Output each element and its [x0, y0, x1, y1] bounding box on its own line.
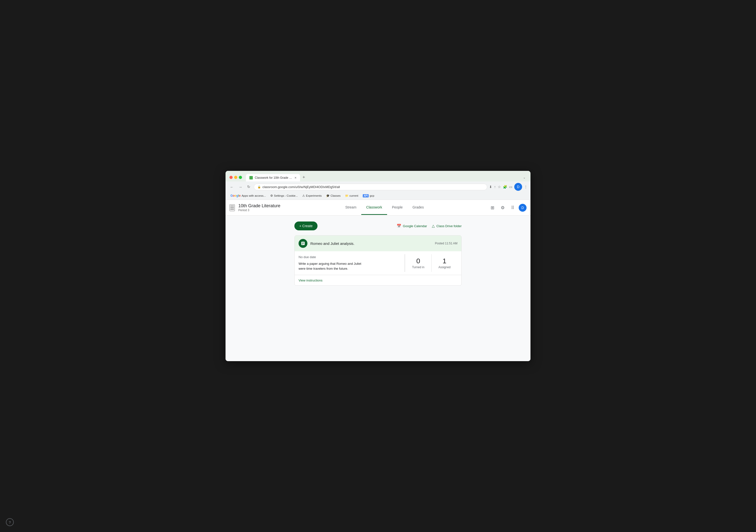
create-button[interactable]: + Create	[294, 222, 317, 230]
folder-icon: 📁	[345, 194, 348, 198]
bookmark-settings[interactable]: ⚙ Settings - Cookie...	[268, 193, 300, 198]
header-actions: ⊞ ⚙ ⠿ D	[489, 203, 526, 212]
user-avatar[interactable]: D	[519, 204, 526, 212]
assignment-card-header: Romeo and Juliet analysis. Posted 11:51 …	[295, 235, 461, 251]
experiments-icon: ⚠	[302, 194, 305, 198]
bookmark-current-label: current	[349, 194, 358, 197]
extension-icon[interactable]: 🧩	[503, 185, 507, 189]
no-due-date: No due date	[299, 255, 405, 259]
course-info: 10th Grade Literature Period 3	[238, 203, 280, 212]
google-calendar-link[interactable]: 📅 Google Calendar	[397, 224, 427, 228]
address-input[interactable]: 🔒 classroom.google.com/u/0/w/NjEyMDI4ODI…	[254, 184, 487, 190]
assignment-description: Write a paper arguing that Romeo and Jul…	[299, 261, 367, 271]
tab-close-button[interactable]: ✕	[294, 176, 297, 179]
drive-icon: △	[432, 224, 435, 228]
traffic-lights	[230, 176, 242, 179]
bookmark-gcp-label: gcp	[370, 194, 374, 197]
tab-bar: Classwork for 10th Grade Liter… ✕ +	[246, 173, 520, 181]
bookmark-star-icon[interactable]: ☆	[498, 185, 501, 189]
assignment-card: Romeo and Juliet analysis. Posted 11:51 …	[294, 235, 462, 286]
svg-rect-0	[250, 176, 252, 179]
bookmark-classes-label: Classes	[331, 194, 340, 197]
minimize-window-button[interactable]	[234, 176, 237, 179]
turned-in-label: Turned in	[412, 266, 424, 269]
class-drive-folder-link[interactable]: △ Class Drive folder	[432, 224, 462, 228]
tab-title: Classwork for 10th Grade Liter…	[255, 176, 292, 179]
bookmark-experiments[interactable]: ⚠ Experiments	[300, 193, 324, 198]
maximize-window-button[interactable]	[239, 176, 242, 179]
calendar-icon: 📅	[397, 224, 401, 228]
view-instructions-link[interactable]: View instructions	[299, 279, 322, 282]
google-logo: Google	[230, 194, 240, 198]
assigned-count: 1	[443, 257, 446, 265]
assignment-details: No due date Write a paper arguing that R…	[299, 255, 405, 271]
settings-icon: ⚙	[270, 194, 273, 198]
assignment-icon	[299, 239, 308, 248]
active-tab[interactable]: Classwork for 10th Grade Liter… ✕	[246, 174, 300, 181]
lock-icon: 🔒	[257, 185, 261, 189]
toolbar-links: 📅 Google Calendar △ Class Drive folder	[397, 224, 462, 228]
assignment-header-left: Romeo and Juliet analysis.	[299, 239, 354, 248]
tab-stream[interactable]: Stream	[340, 200, 361, 215]
turned-in-stat: 0 Turned in	[405, 254, 431, 272]
nav-tabs: Stream Classwork People Grades	[280, 200, 489, 215]
share-icon[interactable]: ↑	[494, 185, 496, 189]
tab-grades[interactable]: Grades	[408, 200, 429, 215]
main-content: + Create 📅 Google Calendar △ Class Drive…	[226, 216, 530, 353]
tab-classwork[interactable]: Classwork	[361, 200, 387, 215]
classes-icon: 🎓	[326, 194, 330, 198]
assigned-label: Assigned	[439, 266, 450, 269]
more-options-icon[interactable]: ⋮	[524, 185, 527, 189]
bookmark-experiments-label: Experiments	[306, 194, 322, 197]
tab-people[interactable]: People	[387, 200, 408, 215]
window-controls: ⌄	[522, 175, 526, 180]
view-toggle-button[interactable]: ⊞	[489, 203, 496, 212]
turned-in-count: 0	[417, 257, 420, 265]
title-bar: Classwork for 10th Grade Liter… ✕ + ⌄	[226, 171, 530, 181]
new-tab-button[interactable]: +	[300, 173, 308, 181]
apps-grid-button[interactable]: ⠿	[509, 203, 516, 212]
bookmark-classes[interactable]: 🎓 Classes	[324, 193, 342, 198]
app-header: ☰ 10th Grade Literature Period 3 Stream …	[226, 200, 530, 216]
back-button[interactable]: ←	[229, 184, 235, 190]
hamburger-menu[interactable]: ☰	[230, 204, 235, 211]
close-window-button[interactable]	[230, 176, 233, 179]
tab-favicon	[249, 176, 253, 179]
assignment-stats: 0 Turned in 1 Assigned	[405, 254, 457, 272]
address-bar-actions: ⬇ ↑ ☆ 🧩 ▭ D ⋮	[489, 183, 527, 191]
refresh-button[interactable]: ↻	[246, 184, 252, 190]
address-bar-row: ← → ↻ 🔒 classroom.google.com/u/0/w/NjEyM…	[226, 181, 530, 192]
assignment-footer: View instructions	[295, 275, 461, 285]
profile-avatar[interactable]: D	[514, 183, 522, 191]
forward-button[interactable]: →	[237, 184, 244, 190]
assignment-body-row: No due date Write a paper arguing that R…	[295, 251, 461, 275]
chevron-down-icon: ⌄	[522, 175, 526, 180]
assigned-stat: 1 Assigned	[431, 254, 457, 272]
course-name: 10th Grade Literature	[238, 203, 280, 208]
sidebar-icon[interactable]: ▭	[509, 185, 512, 189]
bookmark-current[interactable]: 📁 current	[343, 193, 360, 198]
bookmarks-bar: Google Apps with access... ⚙ Settings - …	[226, 192, 530, 200]
settings-button[interactable]: ⚙	[499, 203, 507, 212]
bookmark-gcp[interactable]: API gcp	[361, 194, 376, 198]
assignment-title: Romeo and Juliet analysis.	[310, 241, 354, 246]
browser-window: Classwork for 10th Grade Liter… ✕ + ⌄ ← …	[226, 171, 530, 361]
download-icon[interactable]: ⬇	[489, 185, 492, 189]
bookmark-apps-label: Apps with access...	[241, 194, 266, 197]
url-text: classroom.google.com/u/0/w/NjEyMDI4ODIxM…	[262, 185, 483, 189]
footer: ?	[226, 353, 530, 361]
api-badge: API	[363, 194, 369, 198]
bookmark-settings-label: Settings - Cookie...	[274, 194, 298, 197]
course-period: Period 3	[238, 208, 280, 212]
assignment-posted-time: Posted 11:51 AM	[435, 242, 457, 245]
toolbar-row: + Create 📅 Google Calendar △ Class Drive…	[294, 222, 462, 230]
bookmark-apps[interactable]: Google Apps with access...	[229, 193, 268, 198]
